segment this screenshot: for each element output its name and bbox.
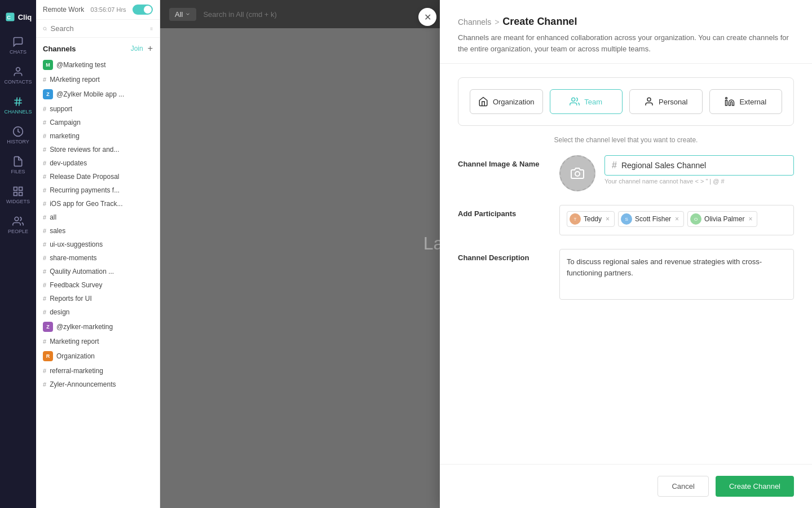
participants-label: Add Participants [458,205,548,218]
filter-icon[interactable] [149,25,153,33]
external-icon [725,97,735,107]
svg-point-2 [16,68,20,72]
remote-work-toggle[interactable] [133,5,153,15]
search-bar [36,20,160,38]
search-icon [43,25,47,33]
channel-name-input[interactable] [621,161,787,170]
channel-item[interactable]: #Marketing report [36,335,160,348]
channel-item[interactable]: #Release Date Proposal [36,170,160,183]
join-link[interactable]: Join [131,45,143,52]
personal-icon [644,97,654,107]
channel-list-panel: Remote Work 03:56:07 Hrs Channels Join +… [36,0,160,508]
svg-point-22 [647,98,651,101]
description-area: To discuss regional sales and revenue st… [559,249,794,302]
channels-section-title: Channels [43,45,76,53]
channel-item[interactable]: #Feedback Survey [36,278,160,292]
channel-item[interactable]: #referral-marketing [36,364,160,378]
participants-row: Add Participants T Teddy × S Scott Fishe… [458,205,794,235]
sidebar-item-widgets[interactable]: WIDGETS [0,181,36,209]
svg-rect-10 [19,192,23,196]
description-row: Channel Description To discuss regional … [458,249,794,302]
svg-rect-8 [14,187,17,191]
channel-item[interactable]: Z@zylker-marketing··· [36,319,160,335]
channel-item[interactable]: #Store reviews for and... [36,143,160,156]
channel-items-list: M@Marketing test···#MArketing reportZ@Zy… [36,57,160,508]
modal-close-button[interactable]: ✕ [418,8,436,26]
svg-point-24 [726,98,727,99]
channel-item[interactable]: #iOS app for Geo Track... [36,197,160,211]
remove-participant-scott[interactable]: × [675,215,679,223]
modal-overlay: ✕ Channels > Create Channel Channels are… [160,0,812,508]
sidebar-item-channels[interactable]: CHANNELS [0,91,36,119]
channel-item[interactable]: Z@Zylker Mobile app ...··· [36,86,160,102]
channel-item[interactable]: #Reports for UI [36,292,160,305]
channel-item[interactable]: #dev-updates [36,156,160,170]
svg-point-13 [43,27,46,30]
modal-footer: Cancel Create Channel [440,464,812,508]
description-textarea[interactable]: To discuss regional sales and revenue st… [559,249,794,300]
channel-name-area: # Your channel name cannot have < > " | … [559,155,794,191]
channel-item[interactable]: #Qaulity Automation ... [36,265,160,278]
create-channel-modal: Channels > Create Channel Channels are m… [440,0,812,508]
svg-rect-11 [14,192,17,196]
channel-item[interactable]: #sales [36,224,160,238]
channel-image-upload[interactable] [559,155,595,191]
modal-breadcrumb: Channels > Create Channel [458,16,794,28]
channel-item[interactable]: #share-moments [36,251,160,265]
hash-icon: # [612,160,617,170]
participant-tag-olivia: O Olivia Palmer × [687,211,757,227]
channel-item[interactable]: #design [36,305,160,319]
sidebar-item-files[interactable]: FILES [0,151,36,179]
add-channel-button[interactable]: + [148,43,153,54]
channel-type-external[interactable]: External [709,89,783,114]
svg-line-14 [46,29,46,30]
camera-icon [571,167,584,180]
channel-name-hint: Your channel name cannot have < > " | @ … [604,178,794,185]
participants-box[interactable]: T Teddy × S Scott Fisher × O [559,205,794,235]
svg-line-5 [16,98,17,106]
remove-participant-teddy[interactable]: × [606,215,610,223]
cancel-button[interactable]: Cancel [657,476,708,497]
modal-header: Channels > Create Channel Channels are m… [440,0,812,64]
sidebar-item-chats[interactable]: CHATS [0,32,36,59]
channel-name-input-box: # [604,155,794,176]
remove-participant-olivia[interactable]: × [748,215,752,223]
sidebar-item-history[interactable]: HISTORY [0,121,36,149]
search-input[interactable] [51,24,145,33]
sidebar-item-people[interactable]: PEOPLE [0,211,36,239]
app-logo: C Cliq [0,7,36,29]
avatar-scott: S [621,213,632,225]
participants-area: T Teddy × S Scott Fisher × O [559,205,794,235]
channel-item[interactable]: #Recurring payments f... [36,183,160,197]
svg-point-21 [572,98,575,101]
channel-type-team[interactable]: Team [550,89,623,114]
channel-item[interactable]: #marketing [36,129,160,143]
create-channel-button[interactable]: Create Channel [716,476,794,497]
team-icon [570,97,580,107]
participant-tag-scott: S Scott Fisher × [618,211,684,227]
channel-item[interactable]: #Zyler-Announcements [36,378,160,391]
channel-item[interactable]: M@Marketing test··· [36,57,160,73]
description-label: Channel Description [458,249,548,262]
channel-item[interactable]: #all [36,211,160,224]
modal-description: Channels are meant for enhanced collabor… [458,32,794,54]
channel-type-selector: Organization Team [458,77,794,126]
svg-point-12 [15,217,19,221]
breadcrumb-separator: > [495,17,499,27]
timer-display: 03:56:07 Hrs [91,6,126,13]
channel-item[interactable]: #Campaign [36,116,160,129]
channel-type-organization[interactable]: Organization [470,89,543,114]
channel-item[interactable]: #ui-ux-suggestions [36,238,160,251]
channel-item[interactable]: ROrganization··· [36,348,160,364]
svg-rect-9 [19,187,23,191]
channel-item[interactable]: #support [36,102,160,116]
channels-section-actions: Join + [131,43,153,54]
channel-item[interactable]: #MArketing report [36,73,160,86]
channel-type-personal[interactable]: Personal [629,89,703,114]
svg-point-25 [575,172,580,176]
svg-line-6 [19,98,20,106]
participant-tag-teddy: T Teddy × [567,211,615,227]
remote-work-bar: Remote Work 03:56:07 Hrs [36,0,160,20]
sidebar-item-contacts[interactable]: CONTACTS [0,62,36,89]
channel-name-input-wrap: # Your channel name cannot have < > " | … [604,155,794,185]
